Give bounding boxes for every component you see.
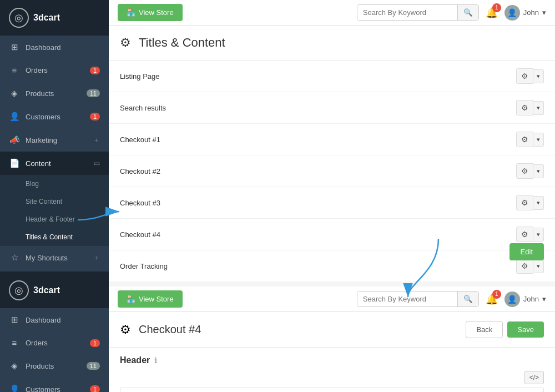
dashboard-icon: ⊞ — [9, 42, 20, 52]
edit-popup[interactable]: Edit — [509, 243, 544, 260]
list-item-name: Checkout #1 — [120, 135, 516, 144]
sidebar-item-orders[interactable]: ≡ Orders 1 — [0, 59, 109, 82]
sidebar-subitem-blog[interactable]: Blog — [0, 175, 109, 193]
list-item-order-tracking[interactable]: Order Tracking ⚙ ▾ — [109, 250, 555, 282]
gear-caret-button[interactable]: ▾ — [533, 101, 544, 115]
gear-settings-button[interactable]: ⚙ — [516, 227, 533, 242]
gear-caret-button[interactable]: ▾ — [533, 259, 544, 273]
notification-button[interactable]: 🔔 1 — [486, 7, 498, 19]
products-icon: ◈ — [9, 88, 20, 98]
sidebar-item-label: Dashboard — [26, 316, 100, 324]
sidebar: ◎ 3dcart ⊞ Dashboard ≡ Orders 1 ◈ Produc… — [0, 0, 109, 392]
sidebar-item-label: Customers — [26, 385, 90, 393]
info-icon[interactable]: ℹ — [154, 356, 157, 365]
user-menu-button-2[interactable]: 👤 John ▾ — [504, 292, 546, 307]
list-item-checkout-1[interactable]: Checkout #1 ⚙ ▾ — [109, 124, 555, 155]
list-item-listing-page[interactable]: Listing Page ⚙ ▾ — [109, 61, 555, 92]
titles-content-panel: ⚙ Titles & Content Listing Page ⚙ ▾ Sear… — [109, 26, 555, 282]
sidebar-item-products[interactable]: ◈ Products 11 — [0, 82, 109, 105]
content-icon: 📄 — [9, 158, 20, 168]
sidebar-item-dashboard[interactable]: ⊞ Dashboard — [0, 36, 109, 59]
sidebar-item-my-shortcuts[interactable]: ☆ My Shortcuts ＋ — [0, 246, 109, 269]
sidebar-subitem-titles-content[interactable]: Titles & Content — [0, 228, 109, 246]
main-content: 🏪 View Store 🔍 🔔 1 👤 John ▾ — [109, 0, 555, 392]
user-caret-icon: ▾ — [542, 8, 546, 17]
gear-settings-button[interactable]: ⚙ — [516, 195, 533, 210]
sidebar-item-label: Orders — [26, 66, 90, 74]
code-view-button[interactable]: </> — [524, 371, 544, 384]
shortcuts-icon: ☆ — [9, 253, 20, 263]
gear-settings-button[interactable]: ⚙ — [516, 163, 533, 179]
search-input[interactable] — [357, 5, 457, 20]
content-submenu: Blog Site Content Header & Footer Titles… — [0, 175, 109, 246]
gear-dropdown: ⚙ ▾ — [516, 100, 544, 115]
section-header: Header ℹ — [109, 348, 555, 371]
gear-settings-button[interactable]: ⚙ — [516, 258, 533, 274]
view-store-button[interactable]: 🏪 View Store — [118, 4, 183, 21]
list-item-name: Checkout #3 — [120, 199, 516, 207]
sidebar-item-orders2[interactable]: ≡ Orders 1 — [0, 331, 109, 354]
save-button[interactable]: Save — [507, 321, 544, 338]
gear-dropdown: ⚙ ▾ — [516, 258, 544, 274]
sidebar-item-products2[interactable]: ◈ Products 11 — [0, 354, 109, 378]
back-button[interactable]: Back — [466, 321, 503, 338]
second-topbar: 🏪 View Store 🔍 🔔 1 👤 John ▾ — [109, 287, 555, 312]
code-editor[interactable]: <script type="text/javascript"> if(typeo… — [120, 388, 544, 392]
section-title: Header — [120, 355, 150, 365]
list-item-name: Search results — [120, 104, 516, 112]
panel-title: Titles & Content — [139, 36, 225, 50]
sidebar-item-label: Customers — [26, 113, 90, 121]
customers-badge: 1 — [90, 113, 100, 120]
sidebar-item-label: Products — [26, 362, 87, 370]
list-item-search-results[interactable]: Search results ⚙ ▾ — [109, 92, 555, 124]
orders-badge-2: 1 — [90, 339, 100, 347]
sidebar-logo-2: ◎ 3dcart — [0, 273, 109, 308]
sidebar-item-label: Marketing — [26, 136, 93, 144]
app-container: ◎ 3dcart ⊞ Dashboard ≡ Orders 1 ◈ Produc… — [0, 0, 555, 392]
gear-settings-button[interactable]: ⚙ — [516, 68, 533, 84]
sidebar-item-dashboard2[interactable]: ⊞ Dashboard — [0, 308, 109, 331]
sidebar-item-label: Dashboard — [26, 43, 100, 52]
gear-dropdown: ⚙ ▾ — [516, 132, 544, 147]
dashboard-icon-2: ⊞ — [9, 315, 20, 325]
list-item-checkout-2[interactable]: Checkout #2 ⚙ ▾ — [109, 155, 555, 187]
panel2-title: Checkout #4 — [139, 323, 466, 336]
user-menu-button[interactable]: 👤 John ▾ — [504, 5, 546, 21]
search-input-2[interactable] — [357, 292, 457, 306]
search-box-2: 🔍 — [357, 291, 479, 307]
site-content-label: Site Content — [26, 198, 62, 205]
products-badge: 11 — [87, 89, 100, 97]
sidebar-item-label: Content — [26, 159, 94, 168]
gear-caret-button[interactable]: ▾ — [533, 228, 544, 242]
gear-caret-button[interactable]: ▾ — [533, 196, 544, 210]
sidebar-logo: ◎ 3dcart — [0, 0, 109, 36]
sidebar-subitem-header-footer[interactable]: Header & Footer — [0, 210, 109, 228]
gear-caret-button[interactable]: ▾ — [533, 133, 544, 147]
customers-icon: 👤 — [9, 112, 20, 122]
orders-badge: 1 — [90, 67, 100, 74]
sidebar-item-content[interactable]: 📄 Content ▭ — [0, 152, 109, 175]
panel2-header: ⚙ Checkout #4 Back Save — [109, 312, 555, 348]
gear-settings-button[interactable]: ⚙ — [516, 100, 533, 115]
sidebar-subitem-site-content[interactable]: Site Content — [0, 193, 109, 210]
list-item-name: Listing Page — [120, 72, 516, 81]
user-avatar-2: 👤 — [504, 292, 520, 307]
gear-settings-button[interactable]: ⚙ — [516, 132, 533, 147]
search-button[interactable]: 🔍 — [457, 5, 478, 20]
logo-icon: ◎ — [9, 8, 29, 28]
logo-text-2: 3dcart — [33, 285, 60, 295]
sidebar-item-customers2[interactable]: 👤 Customers 1 — [0, 378, 109, 392]
products-icon-2: ◈ — [9, 361, 20, 371]
search-button-2[interactable]: 🔍 — [457, 292, 478, 306]
list-item-checkout-3[interactable]: Checkout #3 ⚙ ▾ — [109, 187, 555, 219]
orders-icon: ≡ — [9, 66, 20, 75]
notification-button-2[interactable]: 🔔 1 — [486, 293, 498, 305]
view-store-button-2[interactable]: 🏪 View Store — [118, 290, 183, 308]
expand-icon: ＋ — [93, 135, 100, 145]
gear-caret-button[interactable]: ▾ — [533, 69, 544, 83]
gear-caret-button[interactable]: ▾ — [533, 164, 544, 178]
sidebar-item-marketing[interactable]: 📣 Marketing ＋ — [0, 128, 109, 152]
sidebar-item-customers[interactable]: 👤 Customers 1 — [0, 105, 109, 128]
list-item-checkout-4[interactable]: Checkout #4 ⚙ ▾ Edit — [109, 219, 555, 250]
marketing-icon: 📣 — [9, 135, 20, 145]
